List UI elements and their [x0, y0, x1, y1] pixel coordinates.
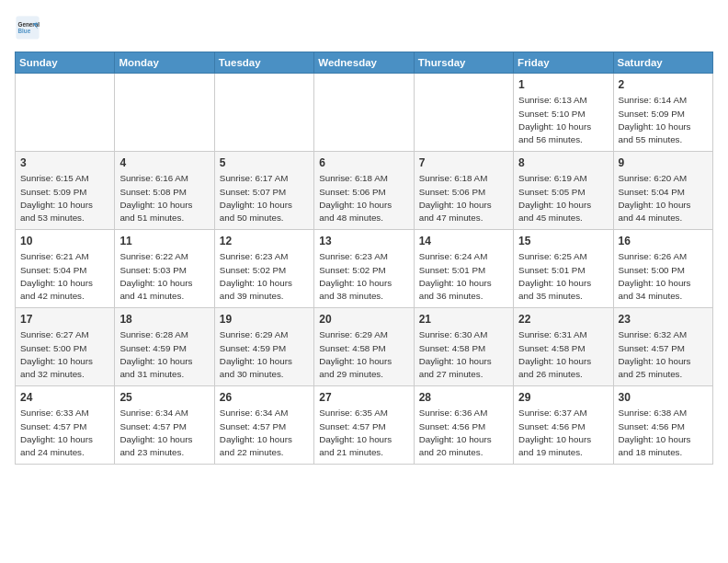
- calendar-cell: 6Sunrise: 6:18 AMSunset: 5:06 PMDaylight…: [314, 152, 414, 230]
- day-number: 15: [518, 234, 608, 249]
- day-number: 7: [419, 155, 508, 171]
- day-number: 9: [619, 155, 708, 171]
- calendar-cell: 27Sunrise: 6:35 AMSunset: 4:57 PMDayligh…: [314, 386, 414, 465]
- day-number: 10: [20, 234, 109, 249]
- day-info: Sunrise: 6:35 AMSunset: 4:57 PMDaylight:…: [319, 407, 408, 459]
- day-info: Sunrise: 6:15 AMSunset: 5:09 PMDaylight:…: [20, 172, 109, 224]
- calendar-cell: 14Sunrise: 6:24 AMSunset: 5:01 PMDayligh…: [414, 230, 513, 308]
- calendar-cell: [314, 74, 414, 152]
- day-info: Sunrise: 6:27 AMSunset: 5:00 PMDaylight:…: [20, 328, 109, 381]
- day-info: Sunrise: 6:22 AMSunset: 5:03 PMDaylight:…: [119, 250, 209, 303]
- day-number: 2: [619, 77, 708, 93]
- calendar-cell: [214, 74, 313, 152]
- calendar-week-5: 24Sunrise: 6:33 AMSunset: 4:57 PMDayligh…: [16, 386, 713, 465]
- day-info: Sunrise: 6:30 AMSunset: 4:58 PMDaylight:…: [419, 328, 508, 381]
- day-number: 26: [220, 390, 309, 406]
- calendar-cell: 8Sunrise: 6:19 AMSunset: 5:05 PMDaylight…: [514, 152, 613, 230]
- day-number: 12: [220, 234, 309, 249]
- day-info: Sunrise: 6:38 AMSunset: 4:56 PMDaylight:…: [619, 407, 708, 459]
- day-number: 6: [319, 155, 408, 171]
- calendar-week-2: 3Sunrise: 6:15 AMSunset: 5:09 PMDaylight…: [16, 152, 713, 230]
- calendar-cell: 17Sunrise: 6:27 AMSunset: 5:00 PMDayligh…: [16, 308, 115, 386]
- day-number: 24: [20, 390, 109, 406]
- calendar-cell: 5Sunrise: 6:17 AMSunset: 5:07 PMDaylight…: [214, 152, 313, 230]
- day-info: Sunrise: 6:14 AMSunset: 5:09 PMDaylight:…: [619, 94, 708, 146]
- day-number: 8: [518, 155, 608, 171]
- day-info: Sunrise: 6:13 AMSunset: 5:10 PMDaylight:…: [518, 94, 608, 146]
- calendar-cell: 25Sunrise: 6:34 AMSunset: 4:57 PMDayligh…: [115, 386, 214, 465]
- weekday-header-thursday: Thursday: [414, 52, 513, 74]
- day-number: 18: [119, 312, 209, 327]
- day-number: 30: [619, 390, 708, 406]
- day-number: 14: [419, 234, 508, 249]
- calendar-cell: 20Sunrise: 6:29 AMSunset: 4:58 PMDayligh…: [314, 308, 414, 386]
- day-info: Sunrise: 6:16 AMSunset: 5:08 PMDaylight:…: [119, 172, 209, 224]
- calendar-cell: 10Sunrise: 6:21 AMSunset: 5:04 PMDayligh…: [16, 230, 115, 308]
- day-info: Sunrise: 6:28 AMSunset: 4:59 PMDaylight:…: [119, 328, 209, 381]
- svg-text:Blue: Blue: [18, 28, 31, 34]
- calendar-cell: 7Sunrise: 6:18 AMSunset: 5:06 PMDaylight…: [414, 152, 513, 230]
- day-number: 20: [319, 312, 408, 327]
- calendar-cell: 11Sunrise: 6:22 AMSunset: 5:03 PMDayligh…: [115, 230, 214, 308]
- day-info: Sunrise: 6:23 AMSunset: 5:02 PMDaylight:…: [220, 250, 309, 303]
- page-header: General Blue: [15, 15, 713, 40]
- day-info: Sunrise: 6:31 AMSunset: 4:58 PMDaylight:…: [518, 328, 608, 381]
- calendar-cell: 29Sunrise: 6:37 AMSunset: 4:56 PMDayligh…: [514, 386, 613, 465]
- day-info: Sunrise: 6:34 AMSunset: 4:57 PMDaylight:…: [119, 407, 209, 459]
- day-number: 4: [119, 155, 209, 171]
- weekday-header-wednesday: Wednesday: [314, 52, 414, 74]
- calendar-cell: 26Sunrise: 6:34 AMSunset: 4:57 PMDayligh…: [214, 386, 313, 465]
- calendar-cell: [115, 74, 214, 152]
- weekday-header-tuesday: Tuesday: [214, 52, 313, 74]
- day-info: Sunrise: 6:19 AMSunset: 5:05 PMDaylight:…: [518, 172, 608, 224]
- day-number: 5: [220, 155, 309, 171]
- day-info: Sunrise: 6:23 AMSunset: 5:02 PMDaylight:…: [319, 250, 408, 303]
- calendar-cell: 21Sunrise: 6:30 AMSunset: 4:58 PMDayligh…: [414, 308, 513, 386]
- calendar-cell: 30Sunrise: 6:38 AMSunset: 4:56 PMDayligh…: [613, 386, 712, 465]
- day-info: Sunrise: 6:34 AMSunset: 4:57 PMDaylight:…: [220, 407, 309, 459]
- calendar-cell: 4Sunrise: 6:16 AMSunset: 5:08 PMDaylight…: [115, 152, 214, 230]
- calendar-cell: 2Sunrise: 6:14 AMSunset: 5:09 PMDaylight…: [613, 74, 712, 152]
- day-number: 19: [220, 312, 309, 327]
- weekday-header-friday: Friday: [514, 52, 613, 74]
- calendar-cell: 22Sunrise: 6:31 AMSunset: 4:58 PMDayligh…: [514, 308, 613, 386]
- calendar-cell: 9Sunrise: 6:20 AMSunset: 5:04 PMDaylight…: [613, 152, 712, 230]
- calendar-cell: 18Sunrise: 6:28 AMSunset: 4:59 PMDayligh…: [115, 308, 214, 386]
- day-info: Sunrise: 6:29 AMSunset: 4:59 PMDaylight:…: [220, 328, 309, 381]
- weekday-header-monday: Monday: [115, 52, 214, 74]
- calendar-cell: 12Sunrise: 6:23 AMSunset: 5:02 PMDayligh…: [214, 230, 313, 308]
- calendar-cell: 3Sunrise: 6:15 AMSunset: 5:09 PMDaylight…: [16, 152, 115, 230]
- day-info: Sunrise: 6:24 AMSunset: 5:01 PMDaylight:…: [419, 250, 508, 303]
- calendar-body: 1Sunrise: 6:13 AMSunset: 5:10 PMDaylight…: [16, 74, 713, 465]
- day-info: Sunrise: 6:17 AMSunset: 5:07 PMDaylight:…: [220, 172, 309, 224]
- day-info: Sunrise: 6:18 AMSunset: 5:06 PMDaylight:…: [319, 172, 408, 224]
- day-number: 27: [319, 390, 408, 406]
- calendar-cell: 19Sunrise: 6:29 AMSunset: 4:59 PMDayligh…: [214, 308, 313, 386]
- day-info: Sunrise: 6:37 AMSunset: 4:56 PMDaylight:…: [518, 407, 608, 459]
- calendar-cell: 15Sunrise: 6:25 AMSunset: 5:01 PMDayligh…: [514, 230, 613, 308]
- calendar-table: SundayMondayTuesdayWednesdayThursdayFrid…: [15, 52, 713, 465]
- logo-icon: General Blue: [15, 15, 40, 40]
- weekday-header-sunday: Sunday: [16, 52, 115, 74]
- day-number: 28: [419, 390, 508, 406]
- day-number: 11: [119, 234, 209, 249]
- calendar-cell: 16Sunrise: 6:26 AMSunset: 5:00 PMDayligh…: [613, 230, 712, 308]
- day-number: 23: [619, 312, 708, 327]
- calendar-cell: [414, 74, 513, 152]
- day-info: Sunrise: 6:29 AMSunset: 4:58 PMDaylight:…: [319, 328, 408, 381]
- day-info: Sunrise: 6:18 AMSunset: 5:06 PMDaylight:…: [419, 172, 508, 224]
- day-number: 1: [518, 77, 608, 93]
- calendar-week-4: 17Sunrise: 6:27 AMSunset: 5:00 PMDayligh…: [16, 308, 713, 386]
- calendar-week-3: 10Sunrise: 6:21 AMSunset: 5:04 PMDayligh…: [16, 230, 713, 308]
- day-number: 13: [319, 234, 408, 249]
- calendar-cell: 1Sunrise: 6:13 AMSunset: 5:10 PMDaylight…: [514, 74, 613, 152]
- calendar-week-1: 1Sunrise: 6:13 AMSunset: 5:10 PMDaylight…: [16, 74, 713, 152]
- day-number: 25: [119, 390, 209, 406]
- day-info: Sunrise: 6:21 AMSunset: 5:04 PMDaylight:…: [20, 250, 109, 303]
- day-number: 29: [518, 390, 608, 406]
- logo: General Blue: [15, 15, 40, 40]
- day-info: Sunrise: 6:25 AMSunset: 5:01 PMDaylight:…: [518, 250, 608, 303]
- day-info: Sunrise: 6:33 AMSunset: 4:57 PMDaylight:…: [20, 407, 109, 459]
- day-number: 21: [419, 312, 508, 327]
- day-number: 22: [518, 312, 608, 327]
